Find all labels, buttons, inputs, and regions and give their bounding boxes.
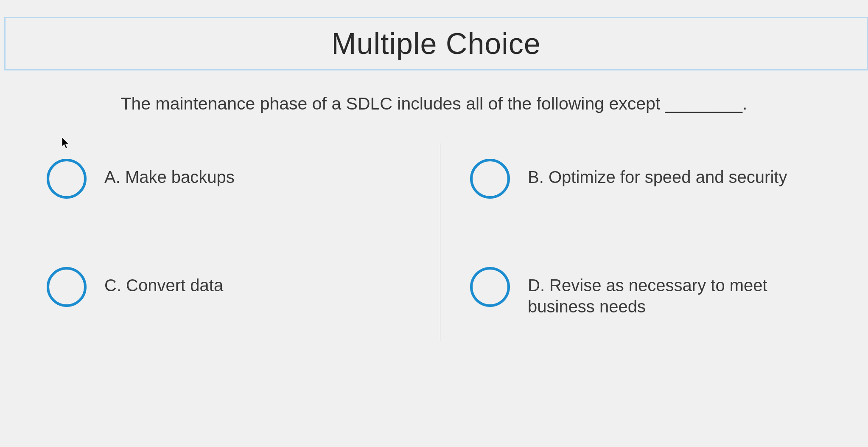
radio-circle-icon [47,267,87,307]
option-a-label: A. Make backups [104,160,235,188]
radio-circle-icon [47,159,87,199]
option-b[interactable]: B. Optimize for speed and security [470,160,821,199]
radio-circle-icon [470,159,510,199]
cursor-arrow-icon [62,137,71,150]
option-b-label: B. Optimize for speed and security [528,160,787,188]
title-bar: Multiple Choice [4,17,868,70]
radio-circle-icon [470,267,510,307]
option-c[interactable]: C. Convert data [47,269,398,317]
options-area: A. Make backups B. Optimize for speed an… [0,160,868,317]
question-text: The maintenance phase of a SDLC includes… [17,94,851,114]
option-d-label: D. Revise as necessary to meet business … [528,269,821,317]
question-row: The maintenance phase of a SDLC includes… [0,94,868,114]
page-title: Multiple Choice [6,27,867,61]
option-a[interactable]: A. Make backups [47,160,398,199]
option-d[interactable]: D. Revise as necessary to meet business … [470,269,821,317]
options-grid: A. Make backups B. Optimize for speed an… [47,160,821,317]
vertical-divider [440,143,440,341]
option-c-label: C. Convert data [104,269,223,296]
